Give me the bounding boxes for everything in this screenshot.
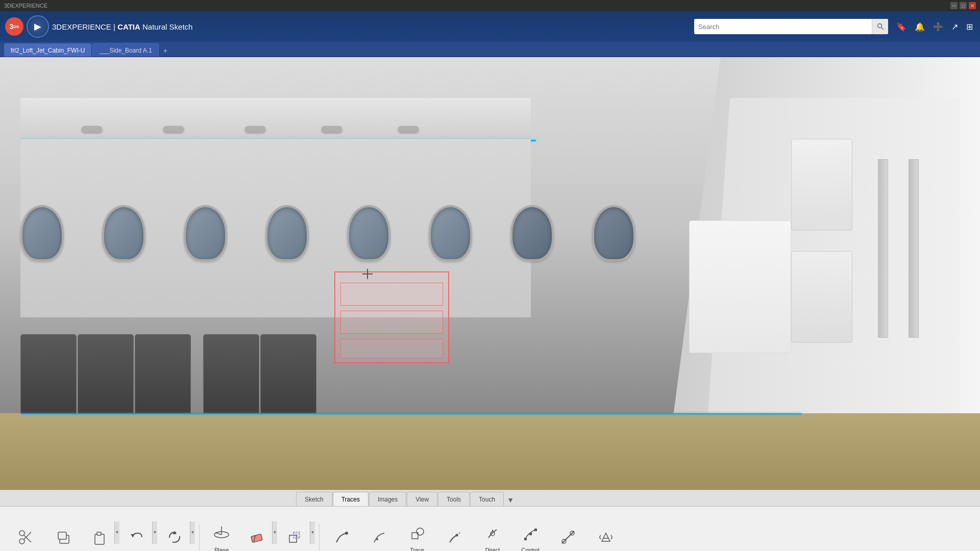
update-tool[interactable]: Update <box>159 521 190 552</box>
divider-panel-2 <box>909 159 919 338</box>
seat-group-2 <box>203 334 316 426</box>
transformation-dropdown-arrow[interactable]: ▼ <box>310 521 315 544</box>
cabin-ceiling <box>20 98 531 139</box>
plane-selection-tool[interactable]: Plane Selection <box>204 519 239 551</box>
trace-tool[interactable]: Trace <box>324 521 359 552</box>
logo-area: 3DS ▶ 3DEXPERIENCE | CATIA Natural Sketc… <box>5 15 192 38</box>
tab-bar: frl2_Loft_Jet_Cabin_FWI-U ___Side_Board … <box>0 42 980 57</box>
undo-tool-group: Undo ▼ <box>121 521 157 552</box>
undo-dropdown-arrow[interactable]: ▼ <box>152 521 157 544</box>
scissors-icon <box>15 526 37 548</box>
toolbar-tab-tools[interactable]: Tools <box>438 492 470 506</box>
windows-row <box>20 205 635 261</box>
search-bar[interactable] <box>694 19 888 34</box>
extrapolation-tool[interactable]: Extrapolation <box>437 521 473 552</box>
crosshair-icon <box>362 269 373 279</box>
seating-area <box>20 334 316 426</box>
cutter-icon <box>557 526 579 548</box>
copy-tool[interactable]: Copy <box>46 521 82 552</box>
trace-primitives-icon <box>406 522 428 545</box>
tab-2-label: ___Side_Board A.1 <box>99 47 152 54</box>
bookmark-icon[interactable]: 🔖 <box>894 20 909 34</box>
svg-rect-34 <box>534 529 537 531</box>
toolbar-tab-touch[interactable]: Touch <box>470 492 504 506</box>
divider-panel-1 <box>878 159 888 338</box>
toolbar-tab-traces[interactable]: Traces <box>333 492 369 506</box>
auto-clean-tool[interactable]: Auto-Clean <box>588 521 624 552</box>
svg-point-26 <box>376 538 378 540</box>
window-8 <box>592 205 635 261</box>
undo-tool[interactable]: Undo <box>121 521 152 552</box>
svg-point-25 <box>345 532 348 535</box>
cursor-crosshair <box>362 269 373 279</box>
minimize-button[interactable]: ─ <box>950 2 958 9</box>
svg-line-9 <box>24 532 31 539</box>
eraser-tool[interactable]: Eraser <box>241 521 272 552</box>
trace-primitives-tool[interactable]: Trace Primitives <box>399 519 435 551</box>
window-4 <box>265 205 309 261</box>
module-name: Natural Sketch <box>142 22 192 31</box>
paste-icon <box>88 526 110 548</box>
close-button[interactable]: ✕ <box>969 2 976 9</box>
title-bar: 3DEXPERIENCE ─ □ ✕ <box>0 0 980 11</box>
product-name: CATIA <box>117 22 140 31</box>
seat-group-1 <box>20 334 191 426</box>
maximize-button[interactable]: □ <box>960 2 967 9</box>
toolbar-tabs-expand-button[interactable]: ▼ <box>504 494 517 506</box>
svg-point-29 <box>456 534 458 536</box>
undo-icon <box>126 526 148 548</box>
update-dropdown-arrow[interactable]: ▼ <box>190 521 195 544</box>
titlebar-left: 3DEXPERIENCE <box>4 3 47 9</box>
seat-5 <box>260 334 316 426</box>
toolbar-content: Cut Copy Paste <box>0 507 980 551</box>
svg-point-28 <box>416 528 424 535</box>
window-3 <box>184 205 227 261</box>
plane-icon <box>210 522 233 545</box>
eraser-icon <box>246 526 268 548</box>
viewport[interactable]: Europahalle 2 2 W|Z V|Y U|X <box>0 57 980 490</box>
tab-add-button[interactable]: + <box>160 45 171 57</box>
cabin-floor <box>0 413 980 490</box>
svg-marker-15 <box>131 534 135 537</box>
notifications-icon[interactable]: 🔔 <box>913 20 927 34</box>
window-7 <box>510 205 554 261</box>
toolbar-tabs: Sketch Traces Images View Tools Touch ▼ <box>0 490 980 507</box>
header-actions: 🔖 🔔 ➕ ↗ ⊞ <box>894 20 975 34</box>
tab-1-label: frl2_Loft_Jet_Cabin_FWI-U <box>11 47 85 54</box>
share-icon[interactable]: ↗ <box>949 20 960 34</box>
titlebar-right: ─ □ ✕ <box>950 2 976 9</box>
play-button[interactable]: ▶ <box>27 15 49 38</box>
seat-3 <box>135 334 191 426</box>
trace-over-icon <box>368 526 390 548</box>
search-icon <box>877 23 884 30</box>
transformation-tool[interactable]: Transformation <box>279 521 310 552</box>
svg-point-7 <box>19 539 24 544</box>
paste-dropdown-arrow[interactable]: ▼ <box>114 521 119 544</box>
more-icon[interactable]: ⊞ <box>964 20 975 34</box>
sideboard-shelf-3 <box>340 339 443 358</box>
add-icon[interactable]: ➕ <box>931 20 945 34</box>
cutter-tool[interactable]: Cutter <box>550 521 586 552</box>
paste-tool[interactable]: Paste <box>84 521 114 552</box>
svg-rect-24 <box>293 532 300 538</box>
control-points-tool[interactable]: Control Points <box>512 519 548 551</box>
separator-1 <box>199 524 200 552</box>
copy-icon <box>53 526 75 548</box>
direct-modification-label: Direct Modification <box>477 547 508 551</box>
eraser-dropdown-arrow[interactable]: ▼ <box>272 521 277 544</box>
trace-over-tool[interactable]: Trace Over <box>361 521 397 552</box>
toolbar-tab-sketch[interactable]: Sketch <box>296 492 332 506</box>
svg-rect-32 <box>524 538 527 540</box>
search-button[interactable] <box>872 19 888 34</box>
tab-1[interactable]: frl2_Loft_Jet_Cabin_FWI-U <box>4 43 91 57</box>
tab-2[interactable]: ___Side_Board A.1 <box>92 43 158 57</box>
floor-blue-line <box>21 413 801 414</box>
direct-modification-tool[interactable]: Direct Modification <box>475 519 510 551</box>
toolbar-tab-images[interactable]: Images <box>369 492 406 506</box>
sideboard-shelf-2 <box>340 311 443 334</box>
search-input[interactable] <box>694 23 872 31</box>
seat-2 <box>78 334 134 426</box>
toolbar-tab-view[interactable]: View <box>407 492 437 506</box>
plane-selection-label: Plane Selection <box>206 547 237 551</box>
cut-tool[interactable]: Cut <box>8 521 44 552</box>
